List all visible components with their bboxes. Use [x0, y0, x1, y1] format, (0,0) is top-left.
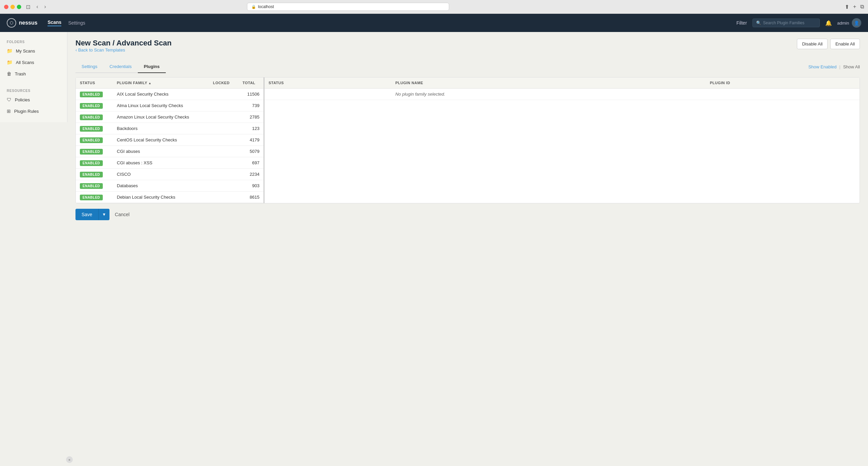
back-to-scan-templates-link[interactable]: Back to Scan Templates [75, 47, 125, 53]
address-bar[interactable]: 🔒 localhost [247, 3, 449, 11]
new-tab-icon[interactable]: + [853, 4, 856, 10]
family-cell: CGI abuses [113, 146, 209, 157]
total-cell: 2785 [239, 111, 264, 123]
total-cell: 8615 [239, 192, 264, 203]
nav-settings[interactable]: Settings [68, 20, 85, 26]
right-table-header: STATUS PLUGIN NAME PLUGIN ID [265, 77, 860, 89]
table-row[interactable]: ENABLED CISCO 2234 [76, 169, 264, 180]
tabs-icon[interactable]: ⧉ [860, 4, 864, 10]
nav-scans[interactable]: Scans [48, 20, 61, 26]
sidebar-resources: RESOURCES 🛡 Policies ⊞ Plugin Rules [0, 86, 67, 117]
plugin-family-table: STATUS PLUGIN FAMILY LOCKED TOTAL ENABLE… [76, 77, 264, 203]
total-cell: 11506 [239, 89, 264, 100]
family-cell: CISCO [113, 169, 209, 180]
table-row[interactable]: ENABLED Alma Linux Local Security Checks… [76, 100, 264, 111]
folders-label: FOLDERS [0, 37, 67, 45]
filter-pipe: | [839, 64, 840, 69]
table-row[interactable]: ENABLED Amazon Linux Local Security Chec… [76, 111, 264, 123]
maximize-window-button[interactable] [17, 5, 21, 9]
col-plugin-id: PLUGIN ID [706, 77, 860, 89]
tab-credentials[interactable]: Credentials [103, 61, 138, 73]
sidebar-wrapper: FOLDERS 📁 My Scans 📁 All Scans 🗑 Trash R… [0, 32, 67, 466]
enabled-badge: ENABLED [80, 103, 103, 109]
tabs-row: Settings Credentials Plugins Show Enable… [75, 61, 860, 73]
enable-all-button[interactable]: Enable All [830, 39, 860, 49]
family-cell: Amazon Linux Local Security Checks [113, 111, 209, 123]
col-plugin-family[interactable]: PLUGIN FAMILY [113, 77, 209, 89]
cancel-button[interactable]: Cancel [114, 209, 131, 220]
policies-icon: 🛡 [7, 97, 11, 102]
logo: ⬡ nessus [7, 18, 37, 28]
table-header: STATUS PLUGIN FAMILY LOCKED TOTAL [76, 77, 264, 89]
page-title-area: New Scan / Advanced Scan Back to Scan Te… [75, 39, 172, 58]
total-cell: 697 [239, 157, 264, 169]
col-plugin-name: PLUGIN NAME [391, 77, 706, 89]
col-total: TOTAL [239, 77, 264, 89]
sidebar-item-policies[interactable]: 🛡 Policies [0, 94, 67, 105]
locked-cell [209, 134, 239, 146]
search-placeholder: Search Plugin Families [763, 21, 805, 25]
family-cell: CGI abuses : XSS [113, 157, 209, 169]
show-enabled-link[interactable]: Show Enabled [808, 64, 837, 69]
save-button[interactable]: Save [75, 209, 98, 220]
disable-all-button[interactable]: Disable All [797, 39, 828, 49]
total-cell: 903 [239, 180, 264, 192]
filter-button[interactable]: Filter [736, 20, 747, 26]
sidebar-collapse-button[interactable]: « [66, 456, 73, 463]
enabled-badge: ENABLED [80, 126, 103, 132]
search-icon: 🔍 [756, 21, 761, 25]
table-row[interactable]: ENABLED CentOS Local Security Checks 417… [76, 134, 264, 146]
close-window-button[interactable] [4, 5, 8, 9]
table-row[interactable]: ENABLED Databases 903 [76, 180, 264, 192]
sidebar-item-trash[interactable]: 🗑 Trash [0, 68, 67, 79]
table-row: No plugin family selected. [265, 89, 860, 100]
plugin-name-tbody: No plugin family selected. [265, 89, 860, 100]
family-cell: Backdoors [113, 123, 209, 134]
table-row[interactable]: ENABLED Backdoors 123 [76, 123, 264, 134]
main-content: New Scan / Advanced Scan Back to Scan Te… [67, 32, 868, 466]
back-button[interactable]: ‹ [35, 3, 39, 10]
app-header: ⬡ nessus Scans Settings Filter 🔍 Search … [0, 14, 868, 32]
sidebar-item-my-scans[interactable]: 📁 My Scans [0, 45, 67, 57]
url-text: localhost [258, 4, 274, 9]
locked-cell [209, 100, 239, 111]
plugin-rules-icon: ⊞ [7, 108, 11, 114]
sidebar-item-label: Trash [15, 71, 26, 76]
table-row[interactable]: ENABLED Debian Local Security Checks 861… [76, 192, 264, 203]
save-dropdown-button[interactable]: ▼ [98, 209, 110, 220]
sidebar-item-all-scans[interactable]: 📁 All Scans [0, 57, 67, 68]
plugin-container: STATUS PLUGIN FAMILY LOCKED TOTAL ENABLE… [75, 77, 860, 203]
locked-cell [209, 89, 239, 100]
tab-settings[interactable]: Settings [75, 61, 103, 73]
app-body: FOLDERS 📁 My Scans 📁 All Scans 🗑 Trash R… [0, 32, 868, 466]
no-family-selected-message: No plugin family selected. [391, 89, 706, 100]
locked-cell [209, 180, 239, 192]
logo-text: nessus [19, 20, 37, 26]
traffic-lights [4, 5, 21, 9]
search-box[interactable]: 🔍 Search Plugin Families [752, 19, 820, 27]
show-all-link[interactable]: Show All [843, 64, 860, 69]
enabled-badge: ENABLED [80, 149, 103, 155]
table-row[interactable]: ENABLED CGI abuses : XSS 697 [76, 157, 264, 169]
minimize-window-button[interactable] [10, 5, 15, 9]
footer: Save ▼ Cancel [75, 203, 860, 226]
forward-button[interactable]: › [43, 3, 47, 10]
locked-cell [209, 146, 239, 157]
enabled-badge: ENABLED [80, 92, 103, 97]
sidebar-toggle-button[interactable]: ⊡ [25, 3, 32, 11]
total-cell: 739 [239, 100, 264, 111]
col-locked: LOCKED [209, 77, 239, 89]
tab-plugins[interactable]: Plugins [138, 61, 166, 73]
total-cell: 2234 [239, 169, 264, 180]
locked-cell [209, 169, 239, 180]
table-row[interactable]: ENABLED AIX Local Security Checks 11506 [76, 89, 264, 100]
sidebar-item-plugin-rules[interactable]: ⊞ Plugin Rules [0, 105, 67, 117]
total-cell: 5079 [239, 146, 264, 157]
show-filter: Show Enabled | Show All [808, 64, 860, 69]
share-icon[interactable]: ⬆ [845, 4, 849, 10]
enabled-badge: ENABLED [80, 137, 103, 143]
admin-area[interactable]: admin 👤 [837, 18, 861, 28]
notification-bell-icon[interactable]: 🔔 [825, 20, 832, 26]
sidebar: FOLDERS 📁 My Scans 📁 All Scans 🗑 Trash R… [0, 32, 67, 122]
table-row[interactable]: ENABLED CGI abuses 5079 [76, 146, 264, 157]
